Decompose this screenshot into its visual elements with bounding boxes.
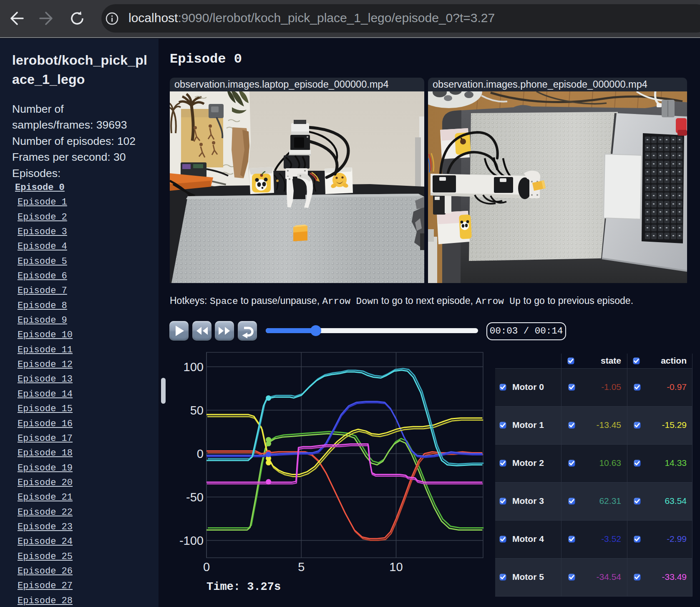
svg-text:5: 5 bbox=[298, 560, 305, 574]
svg-text:-50: -50 bbox=[186, 491, 204, 504]
svg-text:50: 50 bbox=[190, 404, 204, 417]
svg-text:Time: 3.27s: Time: 3.27s bbox=[206, 581, 281, 593]
svg-text:0: 0 bbox=[203, 560, 210, 574]
svg-text:0: 0 bbox=[197, 447, 204, 460]
svg-text:-100: -100 bbox=[179, 534, 204, 547]
svg-text:10: 10 bbox=[389, 560, 403, 574]
svg-text:100: 100 bbox=[184, 360, 204, 374]
